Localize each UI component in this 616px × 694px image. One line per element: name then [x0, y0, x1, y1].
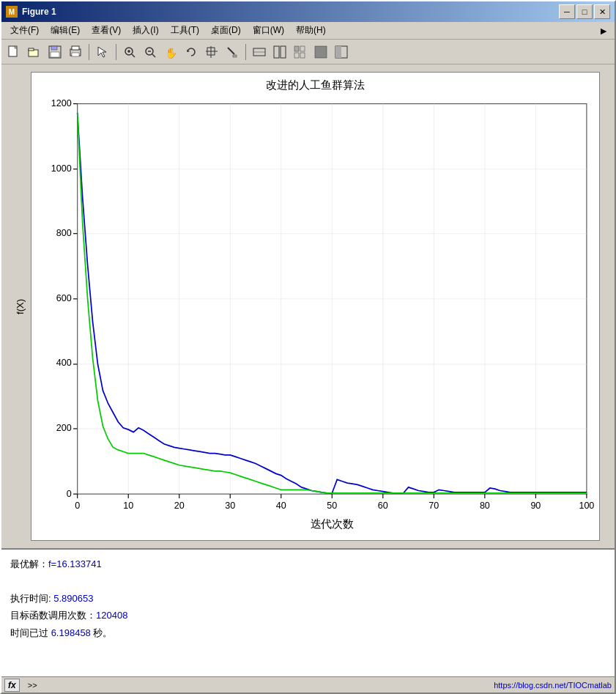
zoom-out-button[interactable]	[141, 43, 160, 62]
pan-button[interactable]: ✋	[161, 43, 180, 62]
calls-value: 120408	[96, 610, 127, 621]
fx-icon: fx	[4, 679, 20, 692]
output-line-elapsed: 时间已过 6.198458 秒。	[10, 624, 606, 641]
svg-rect-29	[294, 46, 299, 51]
elapsed-prefix: 时间已过	[10, 627, 51, 638]
optimal-prefix: 最优解：	[10, 558, 48, 569]
menu-tools[interactable]: 工具(T)	[165, 23, 205, 38]
separator-2	[116, 44, 116, 60]
color-button[interactable]	[311, 43, 330, 62]
svg-text:90: 90	[530, 501, 541, 511]
maximize-button[interactable]: □	[576, 4, 593, 19]
pointer-button[interactable]	[93, 43, 112, 62]
svg-rect-33	[315, 46, 327, 58]
svg-text:0: 0	[67, 489, 72, 499]
svg-text:100: 100	[579, 501, 594, 511]
close-button[interactable]: ✕	[594, 4, 610, 19]
menu-file[interactable]: 文件(F)	[4, 23, 45, 38]
menu-edit[interactable]: 编辑(E)	[45, 23, 86, 38]
svg-rect-6	[51, 52, 59, 57]
svg-text:10: 10	[123, 501, 133, 511]
datacursor-button[interactable]	[202, 43, 221, 62]
menu-desktop[interactable]: 桌面(D)	[205, 23, 247, 38]
minimize-button[interactable]: ─	[559, 4, 575, 19]
status-left: fx >>	[4, 679, 37, 692]
output-line-blank	[10, 572, 606, 589]
optimal-value: f=16.133741	[48, 558, 102, 569]
svg-rect-24	[233, 55, 237, 57]
menu-insert[interactable]: 插入(I)	[127, 23, 164, 38]
svg-rect-35	[335, 46, 341, 58]
svg-line-16	[152, 54, 155, 57]
layout2-button[interactable]	[291, 43, 310, 62]
svg-text:80: 80	[480, 501, 490, 511]
output-line-optimal: 最优解：f=16.133741	[10, 555, 606, 572]
menu-view[interactable]: 查看(V)	[86, 23, 127, 38]
svg-text:✋: ✋	[165, 47, 177, 59]
output-panel: 最优解：f=16.133741 执行时间: 5.890653 目标函数调用次数：…	[1, 548, 615, 676]
menu-bar: 文件(F) 编辑(E) 查看(V) 插入(I) 工具(T) 桌面(D) 窗口(W…	[1, 22, 615, 40]
svg-rect-28	[281, 46, 286, 58]
svg-text:200: 200	[56, 423, 72, 433]
svg-rect-30	[300, 46, 305, 51]
svg-text:600: 600	[56, 293, 72, 303]
svg-text:0: 0	[75, 501, 80, 511]
exectime-prefix: 执行时间:	[10, 593, 53, 604]
svg-text:迭代次数: 迭代次数	[311, 517, 355, 530]
window-title: Figure 1	[22, 7, 559, 17]
menu-help[interactable]: 帮助(H)	[290, 23, 332, 38]
exectime-value: 5.890653	[53, 593, 93, 604]
svg-text:40: 40	[276, 501, 286, 511]
new-button[interactable]	[4, 43, 23, 62]
main-window: M Figure 1 ─ □ ✕ 文件(F) 编辑(E) 查看(V) 插入(I)…	[0, 0, 616, 694]
plot-svg: 0 200 400 600 800 1000 1200 0 10 20 30 4…	[31, 95, 599, 536]
plot-area: 改进的人工鱼群算法	[31, 72, 600, 541]
app-icon: M	[6, 6, 18, 18]
svg-text:30: 30	[225, 501, 235, 511]
svg-text:800: 800	[56, 228, 72, 238]
svg-rect-8	[72, 46, 79, 50]
separator-3	[245, 44, 246, 60]
bw-button[interactable]	[332, 43, 351, 62]
svg-text:50: 50	[327, 501, 337, 511]
zoom-in-button[interactable]	[120, 43, 139, 62]
svg-text:70: 70	[428, 501, 439, 511]
plot-title: 改进的人工鱼群算法	[31, 73, 599, 95]
link-button[interactable]	[250, 43, 269, 62]
command-prompt	[23, 681, 25, 690]
svg-rect-3	[29, 48, 34, 51]
svg-line-23	[228, 48, 234, 54]
svg-text:400: 400	[56, 358, 72, 368]
menu-window[interactable]: 窗口(W)	[247, 23, 290, 38]
layout1-button[interactable]	[270, 43, 289, 62]
svg-text:1200: 1200	[51, 98, 72, 108]
svg-marker-10	[98, 47, 106, 57]
plot-container: f(X) 改进的人工鱼群算法	[1, 64, 615, 548]
elapsed-suffix: 秒。	[91, 627, 113, 638]
menu-arrow: ►	[598, 25, 612, 37]
prompt-symbol: >>	[28, 681, 37, 690]
rotate-button[interactable]	[182, 43, 201, 62]
svg-rect-31	[294, 53, 299, 58]
toolbar: ✋	[1, 40, 615, 64]
window-controls: ─ □ ✕	[559, 4, 610, 19]
separator-1	[89, 44, 89, 60]
output-line-calls: 目标函数调用次数：120408	[10, 607, 606, 624]
brush-button[interactable]	[223, 43, 242, 62]
watermark: https://blog.csdn.net/TIOCmatlab	[494, 681, 612, 690]
svg-line-12	[132, 54, 135, 57]
svg-rect-9	[72, 53, 79, 56]
output-line-exectime: 执行时间: 5.890653	[10, 590, 606, 607]
figure-area: f(X) 改进的人工鱼群算法	[1, 64, 615, 676]
elapsed-value: 6.198458	[51, 627, 91, 638]
title-bar: M Figure 1 ─ □ ✕	[1, 1, 615, 22]
open-button[interactable]	[25, 43, 44, 62]
svg-rect-27	[274, 46, 279, 58]
calls-prefix: 目标函数调用次数：	[10, 610, 96, 621]
y-axis-label: f(X)	[14, 299, 25, 314]
svg-rect-32	[300, 53, 305, 58]
status-bar: fx >> https://blog.csdn.net/TIOCmatlab	[1, 676, 615, 693]
print-button[interactable]	[66, 43, 85, 62]
save-button[interactable]	[45, 43, 64, 62]
svg-rect-5	[51, 46, 57, 50]
